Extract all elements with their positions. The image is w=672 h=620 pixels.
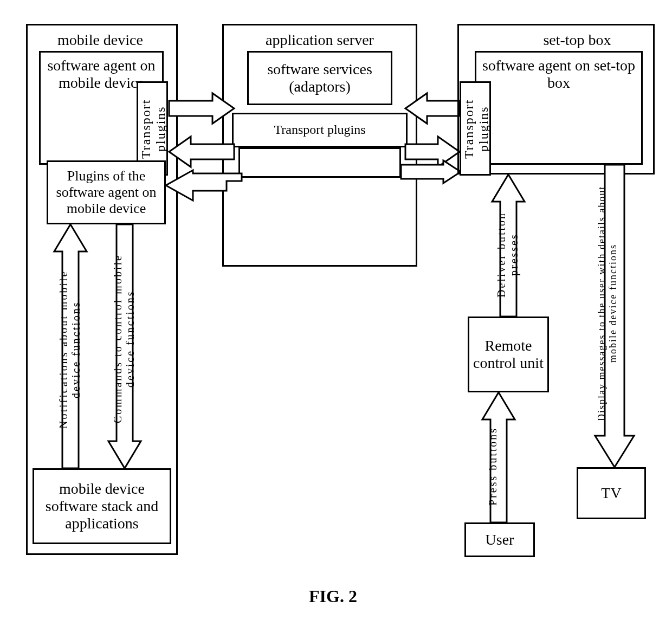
- tv-box: TV: [577, 467, 646, 519]
- server-services-label: software services (adaptors): [251, 61, 389, 95]
- arrow-mobile-to-server: [169, 93, 234, 124]
- mobile-device-title: mobile device: [33, 31, 168, 49]
- arrow-stb-to-server: [405, 93, 460, 124]
- user-label: User: [486, 531, 514, 548]
- server-transport-base: [238, 147, 401, 178]
- arrow-press-label: Press buttons: [487, 423, 511, 509]
- stb-transport-label: Transport plugins: [462, 86, 489, 172]
- tv-label: TV: [601, 485, 621, 502]
- svg-marker-4: [166, 170, 242, 201]
- arrow-display-label: Display messages to the user with detail…: [596, 173, 632, 434]
- remote-control-label: Remote control unit: [471, 337, 545, 372]
- svg-marker-5: [405, 93, 460, 124]
- arrow-server-to-plugins: [166, 170, 242, 203]
- svg-marker-7: [401, 160, 461, 183]
- mobile-arrow-up-label: Notifications about mobile device functi…: [57, 249, 82, 450]
- mobile-transport-label: Transport plugins: [139, 86, 166, 172]
- stb-title: set-top box: [515, 31, 639, 49]
- remote-control: Remote control unit: [468, 317, 549, 392]
- server-services: software services (adaptors): [247, 51, 392, 105]
- stb-agent-label: software agent on set-top box: [479, 57, 639, 92]
- svg-marker-2: [169, 93, 234, 124]
- mobile-stack: mobile device software stack and applica…: [33, 468, 171, 544]
- server-title: application server: [233, 31, 406, 49]
- diagram: mobile device software agent on mobile d…: [0, 0, 672, 620]
- arrow-deliver-label: Deliver button presses: [495, 201, 520, 309]
- stb-agent: software agent on set-top box: [475, 51, 643, 165]
- arrow-server-to-mobile: [169, 137, 234, 167]
- mobile-arrow-down-label: Commands to control mobile device functi…: [112, 238, 137, 439]
- user-box: User: [464, 522, 535, 557]
- server-transport-label: Transport plugins: [274, 122, 365, 138]
- mobile-plugins: Plugins of the software agent on mobile …: [47, 160, 166, 224]
- mobile-stack-label: mobile device software stack and applica…: [36, 480, 167, 533]
- svg-marker-3: [169, 137, 234, 167]
- figure-label: FIG. 2: [309, 586, 357, 606]
- arrow-server-base-to-stb: [401, 160, 461, 183]
- mobile-plugins-label: Plugins of the software agent on mobile …: [50, 168, 162, 217]
- server-transport: Transport plugins: [232, 113, 408, 147]
